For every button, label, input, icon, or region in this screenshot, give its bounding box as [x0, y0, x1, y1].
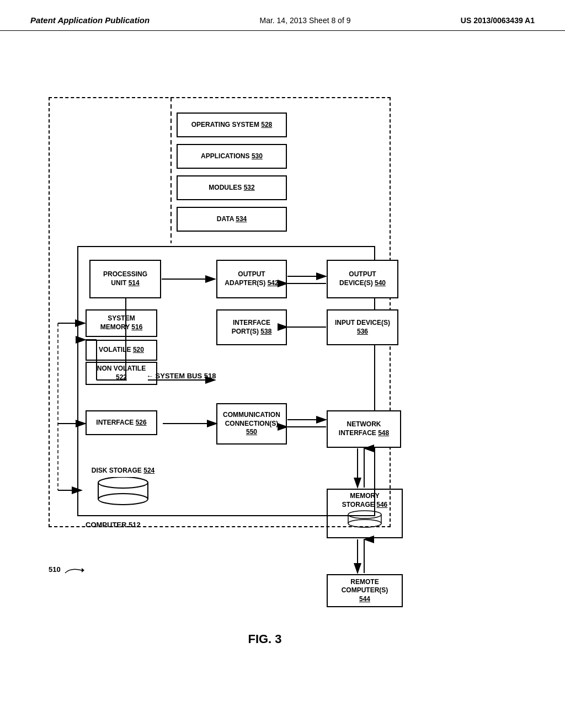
interface-box: INTERFACE 526: [86, 410, 157, 435]
disk-storage-area: DISK STORAGE 524: [82, 467, 164, 511]
ref-510: 510: [49, 565, 84, 576]
memory-cylinder: [345, 510, 384, 528]
svg-point-26: [348, 511, 381, 518]
system-bus-label: ← SYSTEM BUS 518: [146, 372, 216, 380]
memory-storage-area: MEMORYSTORAGE 546: [327, 489, 403, 538]
header-left: Patent Application Publication: [30, 15, 150, 25]
svg-point-29: [348, 520, 381, 527]
svg-point-25: [98, 494, 148, 505]
processing-unit-box: PROCESSINGUNIT 514: [89, 260, 161, 298]
interface-ports-box: INTERFACEPORT(S) 538: [216, 309, 287, 345]
apps-box: APPLICATIONS 530: [177, 144, 287, 169]
svg-point-22: [98, 477, 148, 488]
page-header: Patent Application Publication Mar. 14, …: [0, 0, 565, 31]
modules-box: MODULES 532: [177, 175, 287, 200]
output-adapter-box: OUTPUTADAPTER(S) 542: [216, 260, 287, 298]
computer-label: COMPUTER 512: [86, 521, 141, 529]
volatile-box: VOLATILE 520: [86, 340, 157, 361]
svg-marker-54: [82, 568, 84, 572]
diagram-area: OPERATING SYSTEM 528 APPLICATIONS 530 MO…: [0, 31, 565, 704]
ref-arrow: [62, 565, 84, 576]
inner-dashed-line: [170, 97, 172, 243]
disk-cylinder: [95, 477, 151, 506]
remote-computer-box: REMOTECOMPUTER(S)544: [327, 574, 403, 607]
network-interface-box: NETWORKINTERFACE 548: [327, 410, 401, 448]
input-device-box: INPUT DEVICE(S)536: [327, 309, 398, 345]
os-box: OPERATING SYSTEM 528: [177, 113, 287, 137]
header-center: Mar. 14, 2013 Sheet 8 of 9: [259, 16, 350, 25]
output-device-box: OUTPUTDEVICE(S) 540: [327, 260, 398, 298]
data-box: DATA 534: [177, 207, 287, 232]
header-right: US 2013/0063439 A1: [461, 16, 535, 25]
comm-conn-box: COMMUNICATIONCONNECTION(S)550: [216, 403, 287, 445]
system-memory-box: SYSTEMMEMORY 516: [86, 309, 157, 337]
figure-label: FIG. 3: [210, 632, 320, 646]
